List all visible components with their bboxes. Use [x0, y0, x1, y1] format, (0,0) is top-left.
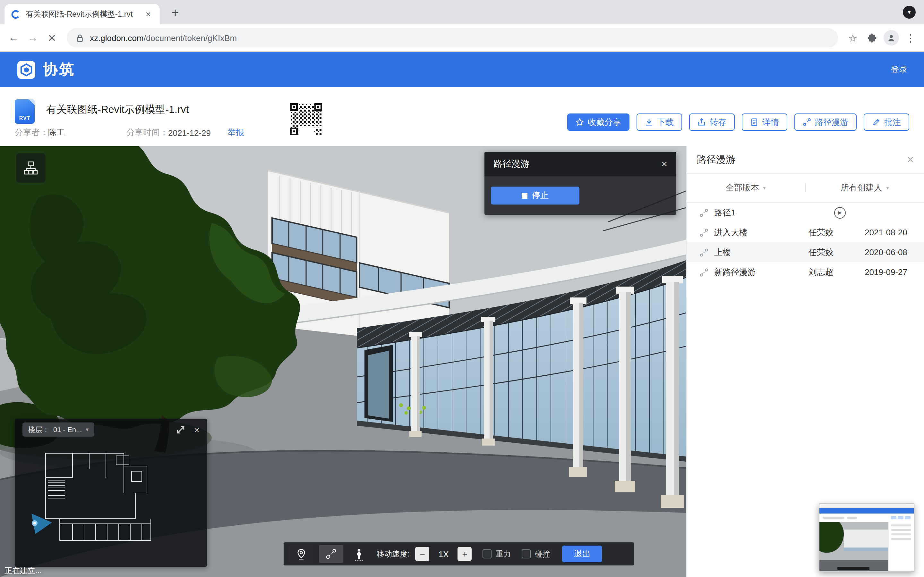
model-tree-button[interactable]: [16, 153, 45, 183]
annotate-button[interactable]: 批注: [864, 113, 909, 131]
url-path: /document/token/gKIxBm: [144, 33, 237, 43]
expand-icon[interactable]: [176, 425, 185, 434]
walkthrough-list-item[interactable]: 新路径漫游 刘志超 2019-09-27: [687, 262, 924, 282]
walkthrough-panel-header[interactable]: 路径漫游 ×: [485, 152, 676, 176]
path-date: 2021-08-20: [852, 227, 907, 237]
app-logo-icon: [17, 60, 36, 79]
creator-filter-dropdown[interactable]: 所有创建人 ▾: [806, 182, 924, 193]
share-time: 2021-12-29: [168, 128, 211, 137]
gravity-label: 重力: [496, 548, 511, 559]
path-item-icon: [699, 268, 708, 277]
browser-tab[interactable]: 有关联图纸-Revit示例模型-1.rvt ×: [5, 4, 160, 24]
sidebar-header: 路径漫游 ×: [687, 146, 924, 174]
gravity-checkbox[interactable]: [483, 550, 492, 558]
brand-name[interactable]: 协筑: [43, 60, 75, 79]
share-time-label: 分享时间：: [126, 127, 168, 139]
path-name: 路径1: [714, 207, 834, 218]
exit-walkthrough-button[interactable]: 退出: [562, 546, 602, 562]
walkthrough-panel-body: 停止: [485, 176, 676, 215]
document-meta: 分享者： 陈工 分享时间： 2021-12-29 举报: [15, 127, 244, 139]
stop-walkthrough-button[interactable]: 停止: [491, 187, 580, 205]
collision-checkbox[interactable]: [522, 550, 531, 558]
favorite-share-button[interactable]: 收藏分享: [567, 113, 630, 131]
floor-label: 楼层：: [28, 425, 49, 434]
thumbnail-tree: [819, 522, 844, 553]
floorplan-drawing[interactable]: [26, 443, 196, 564]
thumbnail-app-header: [819, 508, 914, 514]
path-creator: 任荣姣: [809, 247, 847, 258]
collision-option[interactable]: 碰撞: [522, 548, 550, 559]
extensions-puzzle-icon[interactable]: [863, 28, 882, 47]
floor-value: 01 - En...: [53, 426, 82, 434]
tab-close-icon[interactable]: ×: [143, 9, 153, 19]
gravity-option[interactable]: 重力: [483, 548, 511, 559]
walkthrough-list-item-selected[interactable]: 上楼 任荣姣 2020-06-08: [687, 242, 924, 262]
thumbnail-main: [819, 522, 914, 572]
path-creator: 任荣姣: [809, 227, 847, 238]
thumbnail-building: [844, 530, 888, 551]
path-walkthrough-icon: [803, 118, 811, 126]
thumbnail-toolbar: [837, 567, 869, 570]
new-tab-button[interactable]: +: [167, 5, 184, 21]
path-item-icon: [699, 208, 708, 217]
tab-search-button[interactable]: ▾: [903, 6, 916, 19]
browser-menu-kebab-icon[interactable]: ⋮: [901, 28, 920, 47]
thumbnail-sidebar: [888, 522, 914, 572]
speed-decrease-button[interactable]: −: [415, 547, 430, 561]
sharer-label: 分享者：: [15, 127, 48, 139]
path-nodes-icon: [325, 548, 337, 560]
browser-tab-strip: 有关联图纸-Revit示例模型-1.rvt × + ▾: [0, 0, 924, 24]
path-nodes-button[interactable]: [319, 545, 343, 563]
sharer-name: 陈工: [48, 127, 65, 139]
sidebar-filters: 全部版本 ▾ 所有创建人 ▾: [687, 174, 924, 203]
bookmark-star-icon[interactable]: ☆: [843, 28, 863, 47]
thumbnail-doc-bar: [819, 514, 914, 522]
play-button[interactable]: ▶: [834, 207, 846, 218]
chevron-down-icon: ▾: [86, 426, 89, 433]
minimap-toggle-button[interactable]: [289, 545, 313, 563]
walkthrough-panel-close-icon[interactable]: ×: [661, 158, 667, 170]
page-thumbnail[interactable]: [819, 503, 914, 572]
chevron-down-icon: ▾: [886, 185, 889, 191]
thumbnail-scene: [819, 522, 888, 572]
stop-reload-icon[interactable]: ✕: [42, 28, 61, 47]
download-icon: [645, 118, 653, 126]
loading-status-text: 正在建立...: [5, 566, 42, 576]
forward-icon[interactable]: →: [23, 28, 42, 47]
walkthrough-button[interactable]: 路径漫游: [795, 113, 857, 131]
path-date: 2019-09-27: [852, 268, 907, 277]
login-link[interactable]: 登录: [891, 64, 907, 75]
application-window: 有关联图纸-Revit示例模型-1.rvt × + ▾ ← → ✕ xz.glo…: [0, 0, 924, 577]
model-tree-icon: [24, 161, 38, 175]
sidebar-close-icon[interactable]: ×: [907, 153, 914, 166]
profile-avatar[interactable]: [882, 28, 901, 47]
download-button[interactable]: 下载: [636, 113, 682, 131]
path-creator: 刘志超: [809, 266, 847, 278]
site-favicon: [11, 9, 21, 19]
url-omnibox[interactable]: xz.glodon.com/document/token/gKIxBm: [67, 28, 838, 47]
path-name: 上楼: [714, 247, 809, 258]
pencil-icon: [872, 118, 880, 126]
document-title: 有关联图纸-Revit示例模型-1.rvt: [46, 103, 189, 117]
thumbnail-browser-bar: [819, 504, 914, 508]
version-filter-dropdown[interactable]: 全部版本 ▾: [687, 182, 805, 193]
report-link[interactable]: 举报: [228, 127, 244, 139]
floor-selector[interactable]: 楼层： 01 - En... ▾: [23, 422, 94, 437]
qr-code: [289, 102, 323, 137]
speed-increase-button[interactable]: +: [458, 547, 472, 561]
details-button[interactable]: 详情: [742, 113, 787, 131]
path-date: 2020-06-08: [852, 247, 907, 257]
model-viewer[interactable]: 路径漫游 × 停止 楼层： 01 - En... ▾: [0, 146, 686, 577]
floorplan-minimap-panel: 楼层： 01 - En... ▾ ×: [15, 419, 207, 567]
document-info-bar: RVT 有关联图纸-Revit示例模型-1.rvt 分享者： 陈工 分享时间： …: [0, 87, 924, 146]
minimap-close-icon[interactable]: ×: [194, 424, 200, 435]
transfer-save-button[interactable]: 转存: [689, 113, 735, 131]
walkthrough-control-panel: 路径漫游 × 停止: [485, 152, 676, 215]
walkthrough-list-item[interactable]: 进入大楼 任荣姣 2021-08-20: [687, 222, 924, 242]
back-icon[interactable]: ←: [4, 28, 23, 47]
rvt-file-icon: RVT: [15, 99, 35, 124]
path-item-icon: [699, 248, 708, 257]
thumbnail-road: [819, 560, 888, 572]
third-person-view-button[interactable]: [349, 545, 368, 563]
walkthrough-list-item[interactable]: 路径1 ▶: [687, 203, 924, 222]
